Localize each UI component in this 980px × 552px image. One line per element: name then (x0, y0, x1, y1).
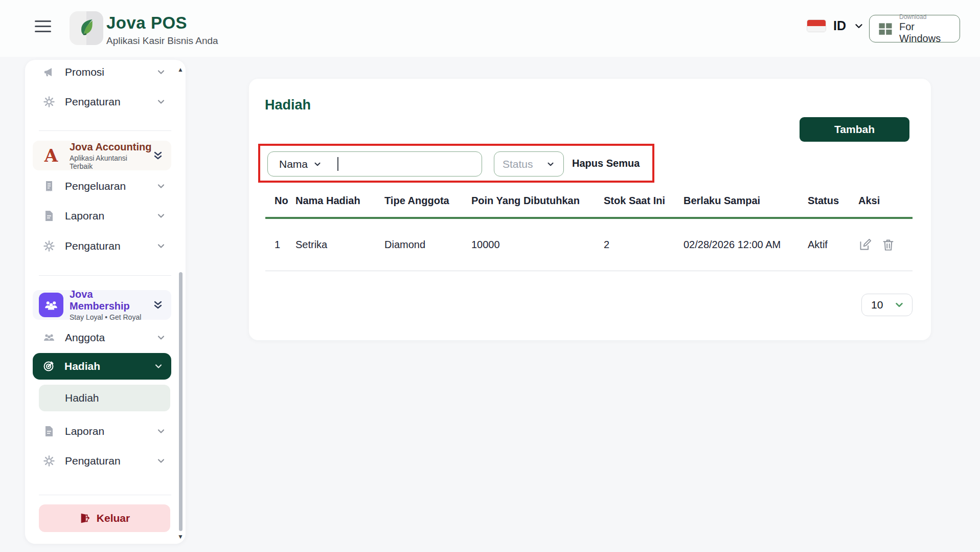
chevron-down-icon (156, 456, 166, 466)
scrollbar-thumb[interactable] (179, 272, 183, 531)
app-subtitle: Aplikasi Kasir Bisnis Anda (106, 35, 218, 47)
cell-poin: 10000 (471, 218, 604, 271)
sidebar-scrollbar[interactable]: ▲ ▼ (177, 60, 184, 544)
trash-icon[interactable] (881, 238, 895, 252)
table-header-row: No Nama Hadiah Tipe Anggota Poin Yang Di… (265, 189, 913, 218)
cell-tipe-anggota: Diamond (384, 218, 471, 271)
sidebar-item-laporan-accounting[interactable]: Laporan (29, 204, 177, 228)
scroll-down-arrow[interactable]: ▼ (177, 533, 184, 540)
name-filter-type-dropdown[interactable]: Nama (279, 158, 322, 170)
chevron-down-icon (894, 299, 905, 311)
name-filter-input[interactable]: Nama (267, 151, 482, 176)
sidebar-item-pengaturan-accounting[interactable]: Pengaturan (29, 234, 177, 258)
accounting-subtitle: Aplikasi Akuntansi Terbaik (70, 154, 152, 170)
document-icon (43, 425, 56, 437)
double-chevron-down-icon (152, 149, 164, 162)
col-no: No (265, 189, 295, 218)
sidebar-item-promosi[interactable]: Promosi (29, 60, 177, 84)
hapus-semua-button[interactable]: Hapus Semua (572, 146, 640, 181)
filter-annotation-box: Nama Status Hapus Semua (258, 144, 654, 183)
chevron-down-icon (153, 361, 164, 371)
membership-name: Jova Membership (70, 289, 152, 312)
cell-nama-hadiah: Setrika (295, 218, 384, 271)
windows-icon (878, 21, 893, 36)
table-row: 1 Setrika Diamond 10000 2 02/28/2026 12:… (265, 218, 913, 271)
language-selector[interactable]: ID (807, 18, 864, 33)
download-for-windows-button[interactable]: Download For Windows (869, 15, 960, 42)
chevron-down-icon (156, 241, 166, 251)
hadiah-content-card: Hadiah Tambah Nama Status Hapus Semua No… (249, 79, 931, 340)
indonesia-flag-icon (807, 19, 826, 32)
chevron-down-icon (156, 333, 166, 343)
cell-stok: 2 (604, 218, 683, 271)
chevron-down-icon (156, 67, 166, 77)
download-sublabel: For Windows (899, 21, 951, 45)
cell-status: Aktif (808, 218, 858, 271)
scroll-up-arrow[interactable]: ▲ (177, 66, 184, 73)
hadiah-table: No Nama Hadiah Tipe Anggota Poin Yang Di… (265, 189, 913, 271)
divider (39, 130, 171, 131)
jova-accounting-section-header[interactable]: A Jova Accounting Aplikasi Akuntansi Ter… (33, 141, 171, 170)
col-stok: Stok Saat Ini (604, 189, 683, 218)
edit-icon[interactable] (858, 238, 872, 252)
jova-accounting-logo: A (39, 143, 63, 168)
col-tipe-anggota: Tipe Anggota (384, 189, 471, 218)
people-icon (43, 332, 56, 344)
chevron-down-icon (156, 97, 166, 107)
logout-button[interactable]: Keluar (39, 504, 170, 532)
col-poin: Poin Yang Dibutuhkan (471, 189, 604, 218)
col-nama-hadiah: Nama Hadiah (295, 189, 384, 218)
chevron-down-icon (156, 181, 166, 191)
jova-membership-logo (39, 293, 63, 317)
double-chevron-down-icon (152, 299, 164, 311)
chevron-down-icon (156, 211, 166, 221)
sidebar-item-pengaturan[interactable]: Pengaturan (29, 90, 177, 114)
megaphone-icon (43, 66, 56, 78)
jova-membership-section-header[interactable]: Jova Membership Stay Loyal • Get Royal (33, 290, 171, 320)
gear-icon (43, 96, 56, 108)
chevron-down-icon (546, 160, 555, 169)
receipt-icon (43, 180, 56, 192)
page-size-dropdown[interactable]: 10 (861, 294, 913, 316)
divider (39, 495, 171, 495)
hamburger-menu-icon[interactable] (35, 20, 51, 34)
status-filter-dropdown[interactable]: Status (494, 151, 564, 176)
accounting-name: Jova Accounting (70, 141, 152, 153)
logout-door-icon (79, 513, 90, 524)
chevron-down-icon (853, 20, 864, 32)
divider (39, 275, 171, 276)
app-title: Jova POS (106, 13, 218, 33)
document-icon (43, 210, 56, 222)
sidebar-item-pengaturan-membership[interactable]: Pengaturan (29, 449, 177, 473)
sidebar: Promosi Pengaturan A Jova Accounting Apl… (25, 60, 186, 544)
language-code: ID (833, 18, 846, 33)
gear-icon (43, 240, 56, 252)
chevron-down-icon (156, 426, 166, 436)
top-header: Jova POS Aplikasi Kasir Bisnis Anda ID D… (0, 0, 980, 57)
sidebar-item-hadiah-active[interactable]: Hadiah (33, 353, 171, 380)
gear-icon (43, 455, 56, 467)
sidebar-item-pengeluaran[interactable]: Pengeluaran (29, 174, 177, 198)
page-title: Hadiah (265, 97, 311, 113)
sidebar-item-anggota[interactable]: Anggota (29, 325, 177, 350)
app-logo (70, 11, 103, 45)
leaf-icon (76, 17, 97, 39)
tambah-button[interactable]: Tambah (800, 117, 909, 142)
text-cursor (337, 157, 338, 171)
membership-subtitle: Stay Loyal • Get Royal (70, 313, 152, 321)
sidebar-item-laporan-membership[interactable]: Laporan (29, 419, 177, 444)
sidebar-subitem-hadiah[interactable]: Hadiah (39, 385, 170, 411)
cell-no: 1 (265, 218, 295, 271)
download-label: Download (899, 13, 951, 20)
col-berlaku-sampai: Berlaku Sampai (683, 189, 808, 218)
target-icon (42, 360, 56, 372)
cell-berlaku-sampai: 02/28/2026 12:00 AM (683, 218, 808, 271)
chevron-down-icon (313, 160, 322, 169)
col-aksi: Aksi (858, 189, 913, 218)
col-status: Status (808, 189, 858, 218)
